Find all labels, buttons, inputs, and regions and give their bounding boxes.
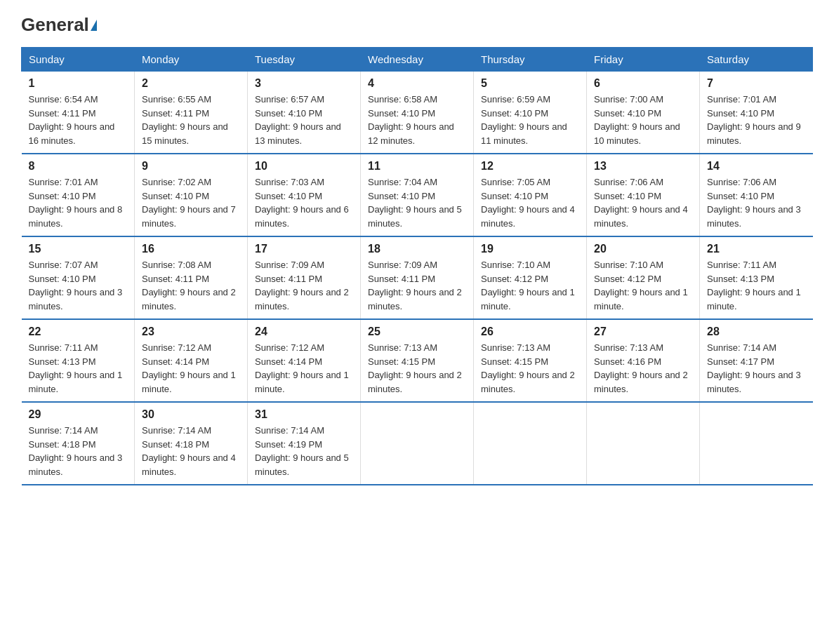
calendar-cell: 20 Sunrise: 7:10 AM Sunset: 4:12 PM Dayl… <box>587 236 700 319</box>
day-info: Sunrise: 6:58 AM Sunset: 4:10 PM Dayligh… <box>368 93 466 147</box>
day-number: 28 <box>707 326 806 338</box>
calendar-cell: 24 Sunrise: 7:12 AM Sunset: 4:14 PM Dayl… <box>248 319 361 402</box>
day-info: Sunrise: 7:07 AM Sunset: 4:10 PM Dayligh… <box>29 258 128 313</box>
day-number: 24 <box>255 326 353 338</box>
day-number: 14 <box>707 160 806 173</box>
day-info: Sunrise: 7:14 AM Sunset: 4:19 PM Dayligh… <box>255 424 353 478</box>
day-info: Sunrise: 6:55 AM Sunset: 4:11 PM Dayligh… <box>142 93 240 147</box>
day-number: 7 <box>707 77 806 90</box>
day-number: 27 <box>594 326 692 338</box>
calendar-cell: 15 Sunrise: 7:07 AM Sunset: 4:10 PM Dayl… <box>22 236 135 319</box>
day-number: 15 <box>29 243 128 255</box>
day-info: Sunrise: 7:10 AM Sunset: 4:12 PM Dayligh… <box>481 258 579 313</box>
day-info: Sunrise: 7:14 AM Sunset: 4:18 PM Dayligh… <box>142 424 240 478</box>
calendar-cell: 26 Sunrise: 7:13 AM Sunset: 4:15 PM Dayl… <box>474 319 587 402</box>
day-number: 21 <box>707 243 806 255</box>
calendar-cell: 7 Sunrise: 7:01 AM Sunset: 4:10 PM Dayli… <box>700 72 813 154</box>
calendar-cell: 1 Sunrise: 6:54 AM Sunset: 4:11 PM Dayli… <box>22 72 135 154</box>
calendar-cell: 17 Sunrise: 7:09 AM Sunset: 4:11 PM Dayl… <box>248 236 361 319</box>
calendar-cell: 3 Sunrise: 6:57 AM Sunset: 4:10 PM Dayli… <box>248 72 361 154</box>
day-info: Sunrise: 7:11 AM Sunset: 4:13 PM Dayligh… <box>29 341 128 396</box>
week-row: 1 Sunrise: 6:54 AM Sunset: 4:11 PM Dayli… <box>22 72 813 154</box>
day-info: Sunrise: 7:02 AM Sunset: 4:10 PM Dayligh… <box>142 175 240 230</box>
calendar-cell: 18 Sunrise: 7:09 AM Sunset: 4:11 PM Dayl… <box>361 236 474 319</box>
day-info: Sunrise: 7:06 AM Sunset: 4:10 PM Dayligh… <box>594 175 692 230</box>
calendar-cell: 11 Sunrise: 7:04 AM Sunset: 4:10 PM Dayl… <box>361 154 474 236</box>
day-number: 20 <box>594 243 692 255</box>
weekday-header-tuesday: Tuesday <box>248 48 361 72</box>
calendar-body: 1 Sunrise: 6:54 AM Sunset: 4:11 PM Dayli… <box>22 72 813 485</box>
weekday-header-friday: Friday <box>587 48 700 72</box>
calendar-cell: 5 Sunrise: 6:59 AM Sunset: 4:10 PM Dayli… <box>474 72 587 154</box>
day-number: 6 <box>594 77 692 90</box>
calendar-cell: 21 Sunrise: 7:11 AM Sunset: 4:13 PM Dayl… <box>700 236 813 319</box>
day-number: 11 <box>368 160 466 173</box>
calendar-cell: 13 Sunrise: 7:06 AM Sunset: 4:10 PM Dayl… <box>587 154 700 236</box>
calendar-cell: 9 Sunrise: 7:02 AM Sunset: 4:10 PM Dayli… <box>135 154 248 236</box>
day-info: Sunrise: 7:04 AM Sunset: 4:10 PM Dayligh… <box>368 175 466 230</box>
day-info: Sunrise: 6:54 AM Sunset: 4:11 PM Dayligh… <box>29 93 128 147</box>
day-info: Sunrise: 7:12 AM Sunset: 4:14 PM Dayligh… <box>255 341 353 396</box>
day-number: 17 <box>255 243 353 255</box>
day-number: 13 <box>594 160 692 173</box>
day-info: Sunrise: 7:08 AM Sunset: 4:11 PM Dayligh… <box>142 258 240 313</box>
day-number: 4 <box>368 77 466 90</box>
day-number: 18 <box>368 243 466 255</box>
calendar-cell: 31 Sunrise: 7:14 AM Sunset: 4:19 PM Dayl… <box>248 402 361 485</box>
calendar-cell <box>700 402 813 485</box>
day-info: Sunrise: 6:57 AM Sunset: 4:10 PM Dayligh… <box>255 93 353 147</box>
calendar-cell: 2 Sunrise: 6:55 AM Sunset: 4:11 PM Dayli… <box>135 72 248 154</box>
day-info: Sunrise: 7:14 AM Sunset: 4:18 PM Dayligh… <box>29 424 128 478</box>
calendar-cell: 25 Sunrise: 7:13 AM Sunset: 4:15 PM Dayl… <box>361 319 474 402</box>
weekday-header-monday: Monday <box>135 48 248 72</box>
day-info: Sunrise: 7:13 AM Sunset: 4:16 PM Dayligh… <box>594 341 692 396</box>
weekday-header-wednesday: Wednesday <box>361 48 474 72</box>
day-info: Sunrise: 7:09 AM Sunset: 4:11 PM Dayligh… <box>368 258 466 313</box>
day-info: Sunrise: 7:13 AM Sunset: 4:15 PM Dayligh… <box>481 341 579 396</box>
logo: General <box>21 14 98 33</box>
day-number: 2 <box>142 77 240 90</box>
day-number: 19 <box>481 243 579 255</box>
day-number: 25 <box>368 326 466 338</box>
page-header: General <box>21 14 813 33</box>
day-number: 12 <box>481 160 579 173</box>
day-number: 10 <box>255 160 353 173</box>
day-info: Sunrise: 7:01 AM Sunset: 4:10 PM Dayligh… <box>707 93 806 147</box>
calendar-cell: 8 Sunrise: 7:01 AM Sunset: 4:10 PM Dayli… <box>22 154 135 236</box>
day-number: 26 <box>481 326 579 338</box>
calendar-cell: 6 Sunrise: 7:00 AM Sunset: 4:10 PM Dayli… <box>587 72 700 154</box>
day-number: 5 <box>481 77 579 90</box>
calendar-cell: 16 Sunrise: 7:08 AM Sunset: 4:11 PM Dayl… <box>135 236 248 319</box>
calendar-cell: 4 Sunrise: 6:58 AM Sunset: 4:10 PM Dayli… <box>361 72 474 154</box>
weekday-header-saturday: Saturday <box>700 48 813 72</box>
calendar-cell: 10 Sunrise: 7:03 AM Sunset: 4:10 PM Dayl… <box>248 154 361 236</box>
calendar-cell: 12 Sunrise: 7:05 AM Sunset: 4:10 PM Dayl… <box>474 154 587 236</box>
day-number: 29 <box>29 408 128 421</box>
day-info: Sunrise: 7:13 AM Sunset: 4:15 PM Dayligh… <box>368 341 466 396</box>
calendar-cell: 30 Sunrise: 7:14 AM Sunset: 4:18 PM Dayl… <box>135 402 248 485</box>
day-info: Sunrise: 7:11 AM Sunset: 4:13 PM Dayligh… <box>707 258 806 313</box>
day-info: Sunrise: 7:05 AM Sunset: 4:10 PM Dayligh… <box>481 175 579 230</box>
day-number: 3 <box>255 77 353 90</box>
day-number: 1 <box>29 77 128 90</box>
calendar-cell: 19 Sunrise: 7:10 AM Sunset: 4:12 PM Dayl… <box>474 236 587 319</box>
calendar-cell: 27 Sunrise: 7:13 AM Sunset: 4:16 PM Dayl… <box>587 319 700 402</box>
week-row: 8 Sunrise: 7:01 AM Sunset: 4:10 PM Dayli… <box>22 154 813 236</box>
day-info: Sunrise: 7:09 AM Sunset: 4:11 PM Dayligh… <box>255 258 353 313</box>
logo-general: General <box>21 14 89 36</box>
week-row: 22 Sunrise: 7:11 AM Sunset: 4:13 PM Dayl… <box>22 319 813 402</box>
day-info: Sunrise: 7:03 AM Sunset: 4:10 PM Dayligh… <box>255 175 353 230</box>
day-number: 31 <box>255 408 353 421</box>
day-number: 23 <box>142 326 240 338</box>
day-info: Sunrise: 7:14 AM Sunset: 4:17 PM Dayligh… <box>707 341 806 396</box>
calendar-cell: 28 Sunrise: 7:14 AM Sunset: 4:17 PM Dayl… <box>700 319 813 402</box>
day-info: Sunrise: 7:06 AM Sunset: 4:10 PM Dayligh… <box>707 175 806 230</box>
calendar-cell: 14 Sunrise: 7:06 AM Sunset: 4:10 PM Dayl… <box>700 154 813 236</box>
calendar-table: SundayMondayTuesdayWednesdayThursdayFrid… <box>21 47 813 485</box>
day-number: 30 <box>142 408 240 421</box>
day-info: Sunrise: 7:00 AM Sunset: 4:10 PM Dayligh… <box>594 93 692 147</box>
weekday-row: SundayMondayTuesdayWednesdayThursdayFrid… <box>22 48 813 72</box>
day-info: Sunrise: 6:59 AM Sunset: 4:10 PM Dayligh… <box>481 93 579 147</box>
calendar-cell <box>361 402 474 485</box>
week-row: 15 Sunrise: 7:07 AM Sunset: 4:10 PM Dayl… <box>22 236 813 319</box>
